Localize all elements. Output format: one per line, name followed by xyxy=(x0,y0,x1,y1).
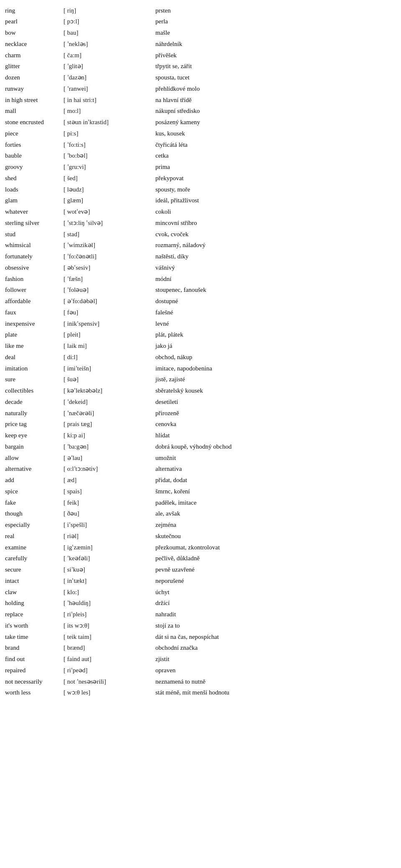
table-row: intact[ inˈtækt]neporušené xyxy=(3,575,398,587)
table-row: affordable[ əˈfo:dəbəl]dostupné xyxy=(3,296,398,307)
phonetic-cell: [ teik taim] xyxy=(62,631,154,643)
table-row: necklace[ ˈnekləs]náhrdelník xyxy=(3,38,398,50)
translation-cell: obchod, nákup xyxy=(154,352,398,363)
table-row: obsessive[ əbˈsesiv]vášnivý xyxy=(3,262,398,273)
translation-cell: desetiletí xyxy=(154,396,398,408)
phonetic-cell: [ inˈtækt] xyxy=(62,575,154,587)
table-row: naturally[ ˈnæčərəli]přirozeně xyxy=(3,408,398,419)
word-cell: affordable xyxy=(3,296,62,307)
table-row: bauble[ ˈbo:bəl]cetka xyxy=(3,151,398,162)
phonetic-cell: [ glæm] xyxy=(62,195,154,207)
translation-cell: ideál, přitažlivost xyxy=(154,195,398,207)
table-row: in high street[ in hai stri:t]na hlavní … xyxy=(3,94,398,106)
translation-cell: přehlídkové molo xyxy=(154,83,398,94)
phonetic-cell: [ iˈspešli] xyxy=(62,520,154,531)
phonetic-cell: [ ˈhəuldiŋ] xyxy=(62,598,154,609)
phonetic-cell: [ in hai stri:t] xyxy=(62,94,154,106)
table-row: allow[ əˈlau]umožnit xyxy=(3,452,398,464)
translation-cell: levné xyxy=(154,318,398,329)
word-cell: piece xyxy=(3,128,62,139)
word-cell: stud xyxy=(3,229,62,240)
word-cell: repaired xyxy=(3,665,62,676)
table-row: stud[ stad]cvok, cvoček xyxy=(3,229,398,240)
phonetic-cell: [ wotˈevə] xyxy=(62,207,154,218)
translation-cell: rozmarný, náladový xyxy=(154,240,398,251)
phonetic-cell: [ riəl] xyxy=(62,531,154,542)
word-cell: follower xyxy=(3,285,62,296)
translation-cell: posázený kameny xyxy=(154,117,398,128)
phonetic-cell: [ riŋ] xyxy=(62,5,154,16)
word-cell: fake xyxy=(3,497,62,508)
phonetic-cell: [ faind aut] xyxy=(62,654,154,665)
translation-cell: neznamená to nutně xyxy=(154,676,398,687)
phonetic-cell: [ stəun inˈkrastid] xyxy=(62,117,154,128)
translation-cell: zjistit xyxy=(154,654,398,665)
table-row: add[ æd]přidat, dodat xyxy=(3,475,398,486)
translation-cell: třpytit se, zářit xyxy=(154,61,398,72)
word-cell: keep eye xyxy=(3,430,62,442)
phonetic-cell: [ not ˈnesəsərili] xyxy=(62,676,154,687)
table-row: fashion[ ˈfæšn]módní xyxy=(3,273,398,285)
phonetic-cell: [ mo:l] xyxy=(62,106,154,117)
table-row: dozen[ ˈdazən]spousta, tucet xyxy=(3,72,398,84)
word-cell: decade xyxy=(3,396,62,408)
word-cell: intact xyxy=(3,575,62,587)
table-row: spice[ spais]šmrnc, koření xyxy=(3,486,398,497)
table-row: repaired[ riˈpeəd]opraven xyxy=(3,665,398,676)
phonetic-cell: [ riˈpeəd] xyxy=(62,665,154,676)
phonetic-cell: [ prais tæg] xyxy=(62,419,154,430)
table-row: sure[ šuə]jistě, zajisté xyxy=(3,374,398,385)
word-cell: price tag xyxy=(3,419,62,430)
table-row: bargain[ ˈba:gən]dobrá koupě, výhodný ob… xyxy=(3,441,398,452)
table-row: mall[ mo:l]nákupní středisko xyxy=(3,106,398,117)
translation-cell: náhrdelník xyxy=(154,38,398,50)
table-row: whatever[ wotˈevə]cokoli xyxy=(3,207,398,218)
phonetic-cell: [ pi:s] xyxy=(62,128,154,139)
translation-cell: přidat, dodat xyxy=(154,475,398,486)
translation-cell: hlídat xyxy=(154,430,398,442)
table-row: imitation[ imiˈteišn]imitace, napodobeni… xyxy=(3,363,398,374)
word-cell: bargain xyxy=(3,441,62,452)
table-row: find out[ faind aut]zjistit xyxy=(3,654,398,665)
phonetic-cell: [ feik] xyxy=(62,497,154,508)
translation-cell: pečlivě, důkladně xyxy=(154,553,398,564)
word-cell: secure xyxy=(3,564,62,576)
phonetic-cell: [ laik mi] xyxy=(62,341,154,352)
phonetic-cell: [ its wɔ:θ] xyxy=(62,620,154,631)
table-row: whimsical[ ˈwimzikəl]rozmarný, náladový xyxy=(3,240,398,251)
word-cell: bow xyxy=(3,28,62,39)
translation-cell: padělek, imitace xyxy=(154,497,398,508)
translation-cell: imitace, napodobenina xyxy=(154,363,398,374)
word-cell: whimsical xyxy=(3,240,62,251)
translation-cell: na hlavní třídě xyxy=(154,94,398,106)
translation-cell: přezkoumat, zkontrolovat xyxy=(154,542,398,553)
table-row: shed[ šed]překypovat xyxy=(3,173,398,184)
translation-cell: cetka xyxy=(154,151,398,162)
translation-cell: módní xyxy=(154,273,398,285)
table-row: piece[ pi:s]kus, kousek xyxy=(3,128,398,139)
word-cell: brand xyxy=(3,643,62,654)
translation-cell: nákupní středisko xyxy=(154,106,398,117)
table-row: inexpensive[ inikˈspensiv]levné xyxy=(3,318,398,329)
phonetic-cell: [ brænd] xyxy=(62,643,154,654)
word-cell: sterling silver xyxy=(3,217,62,229)
word-cell: necklace xyxy=(3,38,62,50)
table-row: replace[ riˈpleis]nahradit xyxy=(3,609,398,620)
table-row: forties[ ˈfo:ti:s]čtyřicátá léta xyxy=(3,139,398,151)
word-cell: real xyxy=(3,531,62,542)
table-row: holding[ ˈhəuldiŋ]držící xyxy=(3,598,398,609)
table-row: stone encrusted[ stəun inˈkrastid]posáze… xyxy=(3,117,398,128)
table-row: plate[ pleit]plát, plátek xyxy=(3,329,398,341)
translation-cell: úchyt xyxy=(154,587,398,598)
translation-cell: držící xyxy=(154,598,398,609)
translation-cell: jistě, zajisté xyxy=(154,374,398,385)
word-cell: deal xyxy=(3,352,62,363)
phonetic-cell: [ pɔ:l] xyxy=(62,16,154,28)
translation-cell: neporušené xyxy=(154,575,398,587)
word-cell: mall xyxy=(3,106,62,117)
word-cell: whatever xyxy=(3,207,62,218)
word-cell: stone encrusted xyxy=(3,117,62,128)
word-cell: fashion xyxy=(3,273,62,285)
word-cell: bauble xyxy=(3,151,62,162)
word-cell: runway xyxy=(3,83,62,94)
